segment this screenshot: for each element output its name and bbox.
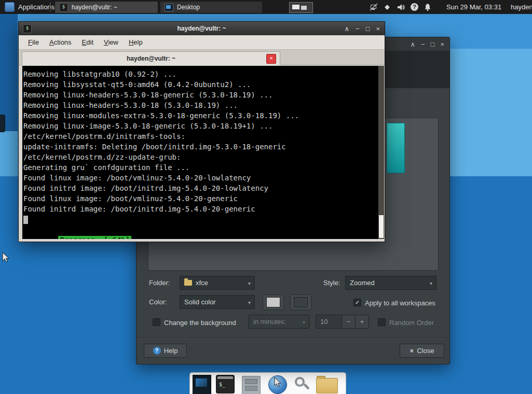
desktop-task-icon — [165, 4, 173, 11]
volume-icon[interactable] — [397, 3, 405, 11]
chevron-down-icon: ▾ — [248, 300, 251, 305]
rollup-icon[interactable]: ∧ — [344, 25, 349, 33]
primary-color-button[interactable] — [263, 294, 284, 310]
terminal-line: /etc/kernel/postrm.d/zz-update-grub: — [23, 152, 378, 162]
taskbar-button-desktop[interactable]: Desktop — [160, 1, 263, 13]
color-label: Color: — [149, 298, 167, 306]
menu-file[interactable]: File — [23, 36, 44, 48]
check-icon: ✓ — [355, 299, 360, 305]
terminal-screen[interactable]: Removing libstatgrab10 (0.92-2) ... Remo… — [22, 66, 378, 239]
style-label: Style: — [323, 279, 340, 287]
mouse-cursor-dock — [274, 377, 282, 388]
maximize-icon[interactable]: □ — [431, 40, 435, 48]
taskbar-button-terminal[interactable]: $ hayden@vultr: ~ — [54, 1, 158, 13]
spin-increment-button[interactable]: + — [355, 315, 369, 328]
spin-decrement-button[interactable]: − — [342, 315, 355, 328]
menu-view[interactable]: View — [99, 36, 124, 48]
terminal-icon-prompt: $_ — [219, 382, 225, 387]
primary-color-swatch — [266, 297, 280, 307]
terminal-task-icon: $ — [59, 3, 68, 12]
close-x-icon: × — [410, 347, 414, 355]
panel-clock[interactable]: Sun 29 Mar, 03:31 — [442, 0, 506, 14]
dialog-separator — [137, 337, 449, 338]
search-magnifier-icon[interactable] — [294, 376, 311, 393]
workspace-switcher[interactable] — [289, 2, 313, 13]
close-icon[interactable]: × — [440, 40, 444, 48]
terminal-line: Generating gru` confdguration file ... — [23, 162, 378, 173]
dock: $_ — [189, 372, 346, 394]
terminal-line: Removing libstatgrab10 (0.92-2) ... — [23, 69, 378, 79]
terminal-tab-title: hayden@vultr: ~ — [22, 52, 280, 65]
terminal-cursor — [23, 216, 28, 224]
secondary-color-swatch — [294, 297, 308, 307]
change-background-checkbox[interactable] — [153, 318, 160, 326]
close-button-label: Close — [417, 347, 434, 355]
rollup-icon[interactable]: ∧ — [410, 40, 415, 48]
chevron-down-icon: ▾ — [248, 280, 251, 286]
workspace-mini-window — [292, 5, 299, 9]
wallpaper-left-light-block — [0, 131, 18, 176]
terminal-line: Removing linux-headers-5.3.0-18 (5.3.0-1… — [23, 100, 378, 110]
menu-help[interactable]: Help — [124, 36, 148, 48]
maximize-icon[interactable]: □ — [366, 25, 370, 33]
wallpaper-left-dark-block — [0, 14, 18, 131]
bell-icon[interactable] — [424, 3, 432, 11]
wallpaper-thumbnail-selected[interactable] — [387, 123, 405, 173]
folder-icon[interactable] — [316, 378, 338, 393]
terminal-cursor-line — [23, 214, 378, 224]
style-dropdown[interactable]: Zoomed ▾ — [345, 276, 436, 290]
system-tray: ? — [370, 3, 432, 11]
terminal-line: Found initrd image: /boot/initrd.img-5.4… — [23, 204, 378, 214]
minimize-icon[interactable]: − — [421, 40, 425, 48]
panel-username[interactable]: hayden — [511, 0, 532, 14]
secondary-color-button[interactable] — [290, 294, 311, 310]
network-offline-icon[interactable] — [370, 3, 378, 11]
help-notifier-icon[interactable]: ? — [411, 3, 418, 11]
top-panel: Applications $ hayden@vultr: ~ Desktop — [0, 0, 532, 14]
terminal-line: Found linux image: /boot/vmlinuz-5.4.0-2… — [23, 173, 378, 183]
hidden-panel-grabber[interactable] — [0, 115, 5, 132]
help-button[interactable]: ? Help — [144, 344, 187, 358]
terminal-line: Removing libsysstat-qt5-0:amd64 (0.4.2-0… — [23, 79, 378, 90]
folder-label: Folder: — [149, 279, 170, 287]
close-icon[interactable]: × — [376, 25, 380, 33]
interval-unit-dropdown[interactable]: in minutes: ▾ — [249, 315, 309, 329]
progress-label: Progress: [ 64%] — [58, 236, 131, 239]
display-tile-icon[interactable] — [193, 375, 211, 394]
wallpaper-bright-block — [447, 49, 532, 176]
cabinet-drawer — [245, 379, 257, 384]
folder-dropdown[interactable]: xfce ▾ — [180, 276, 255, 290]
terminal-tab[interactable]: hayden@vultr: ~ × — [22, 51, 280, 65]
tab-close-icon[interactable]: × — [266, 54, 276, 64]
color-style-dropdown[interactable]: Solid color ▾ — [180, 295, 255, 309]
change-background-label: Change the background — [164, 319, 236, 327]
applications-label: Applications — [18, 3, 54, 11]
terminal-tabbar: hayden@vultr: ~ × — [19, 50, 385, 65]
terminal-launcher-icon[interactable]: $_ — [216, 375, 235, 393]
minimize-icon[interactable]: − — [356, 25, 360, 33]
file-cabinet-icon[interactable] — [242, 376, 261, 394]
random-order-checkbox[interactable] — [378, 318, 386, 326]
panel-handle[interactable] — [50, 3, 53, 11]
close-button[interactable]: × Close — [400, 344, 444, 358]
style-dropdown-value: Zoomed — [350, 279, 375, 287]
terminal-line: Removing linux-headers-5.3.0-18-generic … — [23, 90, 378, 100]
workspace-mini-window — [301, 6, 307, 10]
apply-all-workspaces-checkbox[interactable]: ✓ — [353, 299, 361, 306]
menu-actions[interactable]: Actions — [44, 36, 77, 48]
display-screen-glass — [196, 378, 207, 387]
cabinet-drawer — [245, 386, 257, 391]
help-icon: ? — [153, 347, 161, 355]
interval-spinbox-value[interactable]: 10 — [316, 315, 342, 328]
terminal-line: Removing linux-modules-extra-5.3.0-18-ge… — [23, 110, 378, 121]
terminal-window-title: hayden@vultr: ~ — [19, 22, 385, 35]
chevron-down-icon: ▾ — [430, 280, 432, 286]
taskbar-button-label: Desktop — [177, 4, 200, 11]
status-indicator-icon[interactable] — [383, 3, 391, 11]
terminal-scrollbar[interactable] — [378, 66, 384, 239]
settings-window-controls: ∧ − □ × — [410, 37, 444, 51]
menu-edit[interactable]: Edit — [77, 36, 99, 48]
terminal-window: $ hayden@vultr: ~ ∧ − □ × File Actions E… — [18, 21, 385, 242]
desktop: $_ ∧ − □ × Folder: xfce ▾ Styl — [0, 0, 532, 394]
terminal-scrollbar-thumb[interactable] — [379, 215, 384, 238]
